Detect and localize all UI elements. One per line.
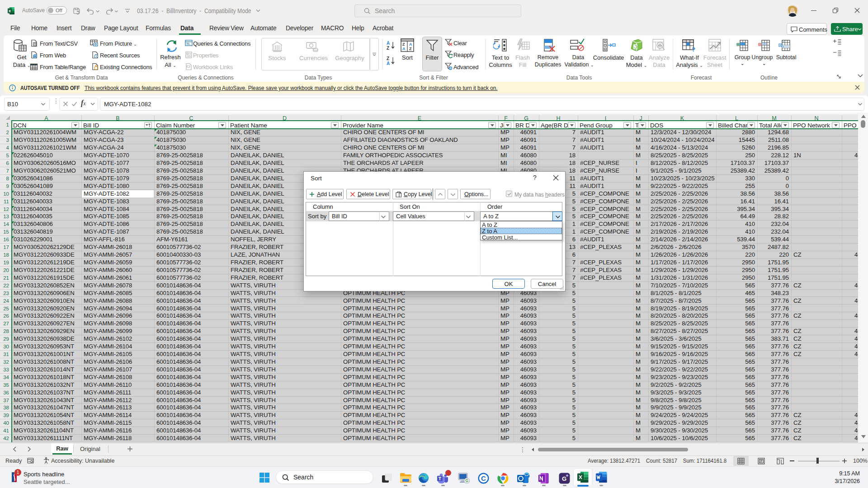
svg-text:Z: Z xyxy=(387,56,389,61)
svg-text:Z: Z xyxy=(402,42,405,47)
svg-text:A: A xyxy=(409,42,412,47)
svg-text:C: C xyxy=(481,474,486,482)
svg-text:Z: Z xyxy=(387,46,389,51)
svg-text:x: x xyxy=(9,9,11,13)
svg-text:?: ? xyxy=(692,46,695,52)
svg-text:A: A xyxy=(387,61,390,66)
svg-text:G: G xyxy=(562,475,566,482)
svg-text:A: A xyxy=(402,47,406,51)
svg-text:A: A xyxy=(387,41,390,46)
svg-text:Z: Z xyxy=(409,47,412,51)
